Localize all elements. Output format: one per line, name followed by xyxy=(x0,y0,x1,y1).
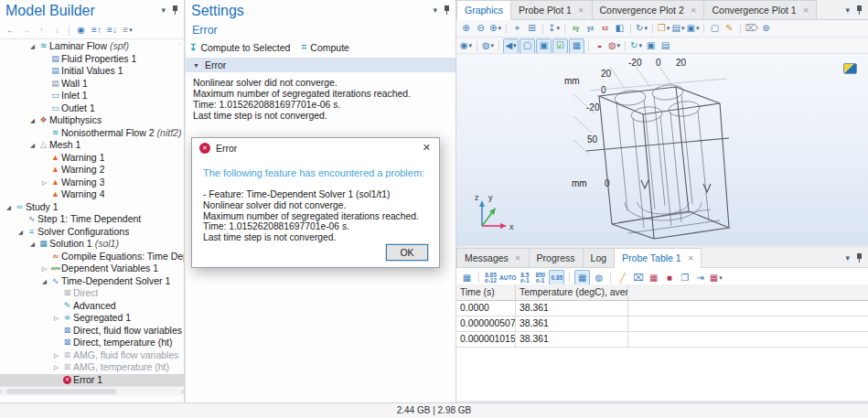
scroll-up-icon[interactable]: ˆ xyxy=(178,42,181,50)
table-settings-icon[interactable]: ▦▾ xyxy=(709,271,723,284)
scientific-notation-icon[interactable]: 8.85 e-12 xyxy=(484,271,498,284)
update-plot-icon[interactable]: ↻▾ xyxy=(629,39,643,53)
nav-forward-icon[interactable]: → xyxy=(19,24,33,38)
skybox-icon[interactable]: ▢ xyxy=(520,38,535,54)
zoom-in-icon[interactable]: ⊕ xyxy=(459,22,473,36)
tree-item-inlet-1[interactable]: ▭Inlet 1 xyxy=(0,90,184,102)
tab-progress[interactable]: Progress xyxy=(530,248,584,267)
tree-item-nonisothermal-flow-2[interactable]: ≋Nonisothermal Flow 2(nitf2) xyxy=(0,127,184,140)
scroll-right-icon[interactable]: › xyxy=(181,388,184,396)
column-header-empty[interactable] xyxy=(628,284,868,300)
tab-convergence-plot-1[interactable]: Convergence Plot 1✕ xyxy=(704,0,817,19)
select-paint-icon[interactable]: ✎ xyxy=(723,22,736,36)
full-precision-icon[interactable]: ▦ xyxy=(460,271,474,284)
scene-light-icon[interactable]: ◍▾ xyxy=(481,39,495,53)
tree-item-mesh-1[interactable]: ◢△Mesh 1 xyxy=(0,139,184,152)
tree-item-advanced[interactable]: ✎Advanced xyxy=(0,300,184,313)
tree-expander-icon[interactable]: ▷ xyxy=(51,349,61,362)
graphics-canvas[interactable]: -20020200-2050mmmm0 xyxy=(456,53,868,245)
plot-table-icon[interactable]: ◍ xyxy=(592,271,605,284)
display-precision-icon[interactable]: 850 e-1 xyxy=(533,271,547,284)
compute-button[interactable]: =Compute xyxy=(301,42,348,53)
tree-item-time-dependent-solver-1[interactable]: ◢∿Time-Dependent Solver 1 xyxy=(0,275,184,288)
zoom-box-icon[interactable]: ⊞ xyxy=(525,22,539,36)
tab-graphics[interactable]: Graphics xyxy=(456,0,511,20)
move-up-icon[interactable]: ↑ xyxy=(35,24,48,38)
tree-item-fluid-properties-1[interactable]: ▤Fluid Properties 1 xyxy=(0,53,184,66)
move-down-icon[interactable]: ↓ xyxy=(50,24,64,38)
color-palette-icon[interactable]: ◍▾ xyxy=(607,39,621,53)
scroll-down-icon[interactable]: ˇ xyxy=(178,373,181,381)
clear-table-icon[interactable]: ╱ xyxy=(616,271,629,284)
reflections-icon[interactable]: ▣ xyxy=(536,38,552,54)
tree-item-multiphysics[interactable]: ◢❖Multiphysics xyxy=(0,114,184,127)
tree-item-dependent-variables-1[interactable]: ▷uvwDependent Variables 1 xyxy=(0,263,184,275)
print-icon[interactable]: ▤▾ xyxy=(671,22,685,36)
view-xy-icon[interactable]: xy xyxy=(569,22,583,36)
cell-color-icon[interactable]: ■ xyxy=(662,271,676,284)
tree-item-direct-fluid-flow-variables[interactable]: ⊠Direct, fluid flow variables xyxy=(0,325,184,338)
tree-item-study-1[interactable]: ◢∞Study 1 xyxy=(0,201,184,214)
scroll-left-icon[interactable]: ‹ xyxy=(0,388,3,396)
view-xz-icon[interactable]: xz xyxy=(598,22,612,36)
model-tree-node-text-icon[interactable]: ≡▾ xyxy=(121,24,134,38)
tree-expander-icon[interactable]: ▷ xyxy=(51,361,61,374)
tree-item-warning-2[interactable]: ▲Warning 2 xyxy=(0,164,184,177)
tree-expander-icon[interactable]: ▷ xyxy=(51,312,61,325)
tab-close-icon[interactable]: ✕ xyxy=(803,6,809,15)
select-box-icon[interactable]: ▢ xyxy=(708,22,722,36)
tree-item-wall-1[interactable]: ▤Wall 1 xyxy=(0,78,184,91)
show-icon[interactable]: ◉ xyxy=(74,24,88,38)
tree-item-compile-equations-time-dependent[interactable]: ∂uCompile Equations: Time Dependent xyxy=(0,251,184,263)
image-snapshot-icon[interactable]: ▣▾ xyxy=(686,22,700,36)
nav-back-icon[interactable]: ← xyxy=(4,24,17,38)
delete-table-icon[interactable]: ⌧ xyxy=(631,271,645,284)
tab-close-icon[interactable]: ✕ xyxy=(578,6,584,15)
pin-icon[interactable] xyxy=(856,5,863,16)
panel-menu-icon[interactable]: ▾ xyxy=(845,6,850,15)
hide-objects-icon[interactable]: ⌦ xyxy=(745,22,758,36)
panel-menu-icon[interactable]: ▾ xyxy=(433,6,437,15)
zoom-out-icon[interactable]: ⊖ xyxy=(474,22,488,36)
tree-item-solver-configurations[interactable]: ◢≡Solver Configurations xyxy=(0,226,184,239)
automatic-notation-icon[interactable]: AUTO xyxy=(499,271,516,284)
compute-to-selected-button[interactable]: ↧Compute to Selected xyxy=(189,42,290,53)
tree-item-error-1[interactable]: ✕Error 1 xyxy=(0,374,184,387)
zoom-to-selection-icon[interactable]: ⊚ xyxy=(759,22,773,36)
tree-expander-icon[interactable]: ◢ xyxy=(16,226,26,239)
zoom-extents-icon[interactable]: ⌖ xyxy=(510,22,524,36)
visualization-icon[interactable]: ◉▾ xyxy=(459,39,473,53)
pin-icon[interactable] xyxy=(444,5,450,16)
tree-expander-icon[interactable]: ◢ xyxy=(27,40,38,53)
tree-item-warning-3[interactable]: ▷▲Warning 3 xyxy=(0,177,184,189)
tab-convergence-plot-2[interactable]: Convergence Plot 2✕ xyxy=(593,0,705,19)
add-table-icon[interactable]: ▦ xyxy=(647,271,660,284)
scene-icon[interactable]: ☑ xyxy=(552,38,568,54)
copy-table-icon[interactable]: ❐ xyxy=(678,271,691,284)
collapse-all-icon[interactable]: ≡↑ xyxy=(90,24,103,38)
scene-folder-icon[interactable]: ❐▾ xyxy=(657,22,670,36)
view-orthographic-icon[interactable]: ◧ xyxy=(613,22,627,36)
table-row[interactable]: 0.000038.361 xyxy=(456,301,868,316)
tree-item-amg-fluid-flow-variables[interactable]: ▷⊠AMG, fluid flow variables xyxy=(0,349,184,362)
tree-expander-icon[interactable]: ▷ xyxy=(39,263,49,275)
tree-expander-icon[interactable]: ◢ xyxy=(39,275,49,288)
grid-icon[interactable]: ▦ xyxy=(569,38,584,54)
tab-log[interactable]: Log xyxy=(584,248,616,267)
tab-messages[interactable]: Messages✕ xyxy=(456,248,530,267)
scrollbar-thumb[interactable] xyxy=(6,389,116,394)
pin-icon[interactable] xyxy=(172,5,178,16)
tree-item-direct[interactable]: ⊠Direct xyxy=(0,287,184,300)
tree-item-amg-temperature-ht[interactable]: ▷⊠AMG, temperature (ht) xyxy=(0,361,184,374)
tab-close-icon[interactable]: ✕ xyxy=(515,254,521,263)
tree-item-laminar-flow[interactable]: ◢≋Laminar Flow(spf) xyxy=(0,40,184,53)
tree-expander-icon[interactable]: ◢ xyxy=(27,238,38,251)
rotate-view-icon[interactable]: ↻▾ xyxy=(635,22,648,36)
view-yz-icon[interactable]: yz xyxy=(584,22,597,36)
tree-expander-icon[interactable]: ◢ xyxy=(4,201,14,214)
tab-probe-plot-1[interactable]: Probe Plot 1✕ xyxy=(511,0,593,19)
tree-expander-icon[interactable]: ▷ xyxy=(39,177,49,189)
camera-snapshot-icon[interactable]: ▣ xyxy=(644,39,658,53)
table-view-icon[interactable]: ▦ xyxy=(574,270,590,285)
light-icon[interactable]: ◀▾ xyxy=(503,38,519,54)
